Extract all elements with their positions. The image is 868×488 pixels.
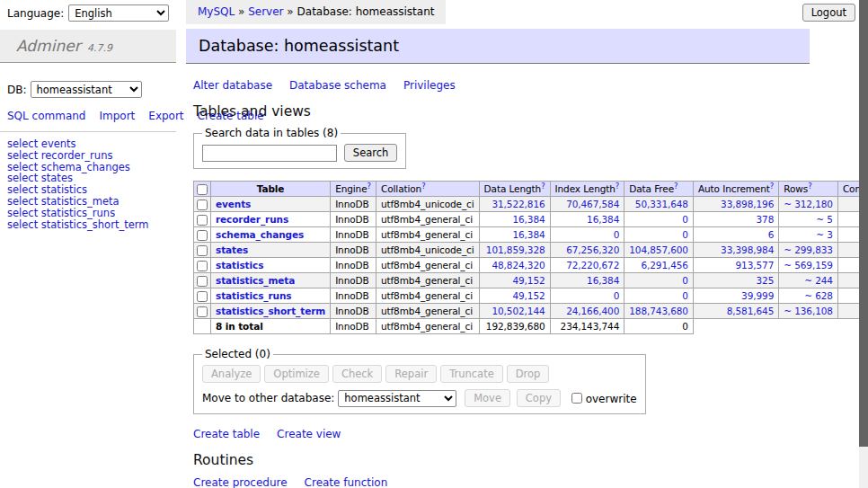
link-database-schema[interactable]: Database schema <box>289 79 386 92</box>
table-link-statistics_short_term[interactable]: statistics_short_term <box>216 306 325 316</box>
breadcrumb-link-server[interactable]: Server <box>248 5 283 18</box>
overwrite-checkbox[interactable] <box>571 393 582 404</box>
table-link-states[interactable]: states <box>216 244 248 255</box>
table-row-events: eventsInnoDButf8mb4_unicode_ci31,522,816… <box>194 197 868 212</box>
logout-button[interactable]: Logout <box>802 4 855 22</box>
selected-fieldset: Selected (0) AnalyzeOptimizeCheckRepairT… <box>193 348 646 414</box>
link-create-view[interactable]: Create view <box>277 428 341 440</box>
column-header-auto-increment: Auto Increment? <box>693 182 778 197</box>
total-empty-rows <box>779 319 838 334</box>
table-link-events[interactable]: events <box>216 199 251 209</box>
link-create-procedure[interactable]: Create procedure <box>193 476 288 488</box>
row-checkbox-schema_changes[interactable] <box>197 230 208 241</box>
row-check-cell-events <box>194 197 211 212</box>
cell-index-length: 0 <box>550 288 624 304</box>
cell-collation: utf8mb4_general_ci <box>376 212 479 227</box>
help-link-data-free[interactable]: ? <box>674 182 678 191</box>
cell-data-length: 49,152 <box>479 288 550 304</box>
select-all-cell <box>194 182 211 197</box>
move-db-select[interactable]: homeassistant <box>338 390 456 407</box>
table-row-statistics_meta: statistics_metaInnoDButf8mb4_general_ci4… <box>194 273 868 288</box>
search-input[interactable] <box>202 145 337 162</box>
cell-data-free: 188,743,680 <box>624 304 694 319</box>
name-cell-statistics_meta: statistics_meta <box>211 273 331 288</box>
help-link-engine[interactable]: ? <box>368 182 371 191</box>
link-create-table[interactable]: Create table <box>193 428 260 440</box>
help-link-index-length[interactable]: ? <box>616 182 619 191</box>
row-checkbox-states[interactable] <box>197 245 208 256</box>
table-link-statistics[interactable]: statistics <box>216 260 263 271</box>
cell-collation: utf8mb4_general_ci <box>376 304 479 319</box>
copy-button[interactable]: Copy <box>517 389 561 407</box>
help-link-rows[interactable]: ? <box>808 182 811 191</box>
routine-links: Create procedureCreate function <box>193 476 810 488</box>
adminer-logo[interactable]: Adminer <box>16 37 81 55</box>
cell-index-length: 16,384 <box>550 212 624 227</box>
sidebar-item-select-statistics-short-term[interactable]: select statistics_short_term <box>7 219 176 231</box>
breadcrumb-link-mysql[interactable]: MySQL <box>198 5 235 18</box>
table-link-schema_changes[interactable]: schema_changes <box>216 229 304 240</box>
link-create-function[interactable]: Create function <box>305 476 388 488</box>
help-link-data-length[interactable]: ? <box>541 182 545 191</box>
link-alter-database[interactable]: Alter database <box>193 79 272 92</box>
row-checkbox-recorder_runs[interactable] <box>197 215 208 226</box>
cell-engine: InnoDB <box>331 304 376 319</box>
sidebar-item-select-recorder-runs[interactable]: select recorder_runs <box>7 150 176 162</box>
db-select[interactable]: homeassistant <box>31 81 142 98</box>
cell-auto-increment: 378 <box>693 212 778 227</box>
cell-data-length: 48,824,320 <box>479 258 550 273</box>
row-checkbox-events[interactable] <box>197 200 208 210</box>
language-label: Language: <box>7 7 64 20</box>
sidebar-action-sql-command[interactable]: SQL command <box>7 110 85 122</box>
table-row-statistics: statisticsInnoDButf8mb4_general_ci48,824… <box>194 258 868 273</box>
analyze-button[interactable]: Analyze <box>202 365 261 383</box>
repair-button[interactable]: Repair <box>385 365 437 383</box>
cell-data-free: 0 <box>624 212 694 227</box>
column-header-engine: Engine? <box>331 182 376 197</box>
help-link-auto-increment[interactable]: ? <box>770 182 774 191</box>
row-checkbox-statistics[interactable] <box>197 261 208 271</box>
content: Alter databaseDatabase schemaPrivileges … <box>186 79 810 488</box>
sidebar-action-import[interactable]: Import <box>99 110 135 122</box>
main-content: MySQL » Server » Database: homeassistant… <box>186 0 810 488</box>
help-link-collation[interactable]: ? <box>421 182 425 191</box>
sidebar-item-select-events[interactable]: select events <box>7 138 176 150</box>
cell-auto-increment: 6 <box>693 227 778 243</box>
cell-data-length: 10,502,144 <box>479 304 550 319</box>
table-link-statistics_runs[interactable]: statistics_runs <box>216 290 291 301</box>
cell-index-length: 24,166,400 <box>550 304 624 319</box>
select-all-checkbox[interactable] <box>197 184 208 195</box>
row-checkbox-statistics_short_term[interactable] <box>197 306 208 317</box>
total-label-cell: 8 in total <box>211 319 331 334</box>
routines-heading: Routines <box>193 452 810 468</box>
page-title: Database: homeassistant <box>186 29 810 64</box>
table-link-recorder_runs[interactable]: recorder_runs <box>216 214 288 225</box>
row-checkbox-statistics_meta[interactable] <box>197 276 208 287</box>
truncate-button[interactable]: Truncate <box>440 365 503 383</box>
scrollbar-thumb[interactable] <box>859 0 868 447</box>
move-button[interactable]: Move <box>465 389 510 407</box>
search-button[interactable]: Search <box>344 144 398 162</box>
row-checkbox-statistics_runs[interactable] <box>197 291 208 302</box>
scrollbar[interactable] <box>859 0 868 488</box>
column-header-table: Table <box>211 182 331 197</box>
name-cell-statistics_short_term: statistics_short_term <box>211 304 331 319</box>
language-select[interactable]: English <box>68 4 169 22</box>
name-cell-statistics: statistics <box>211 258 331 273</box>
sidebar-item-select-statistics-runs[interactable]: select statistics_runs <box>7 208 176 219</box>
breadcrumb-current-database-homeassistant: Database: homeassistant <box>297 5 435 18</box>
sidebar-item-select-statistics-meta[interactable]: select statistics_meta <box>7 196 176 208</box>
cell-collation: utf8mb4_general_ci <box>376 288 479 304</box>
total-index-length: 234,143,744 <box>550 319 624 334</box>
sidebar-action-export[interactable]: Export <box>148 110 183 122</box>
drop-button[interactable]: Drop <box>507 365 550 383</box>
check-button[interactable]: Check <box>332 365 382 383</box>
table-link-statistics_meta[interactable]: statistics_meta <box>216 275 295 286</box>
optimize-button[interactable]: Optimize <box>264 365 329 383</box>
name-cell-statistics_runs: statistics_runs <box>211 288 331 304</box>
link-privileges[interactable]: Privileges <box>403 79 456 92</box>
database-links: Alter databaseDatabase schemaPrivileges <box>193 79 810 92</box>
db-selector-row: DB:homeassistant <box>7 81 176 98</box>
cell-engine: InnoDB <box>331 258 376 273</box>
cell-auto-increment: 913,577 <box>693 258 778 273</box>
